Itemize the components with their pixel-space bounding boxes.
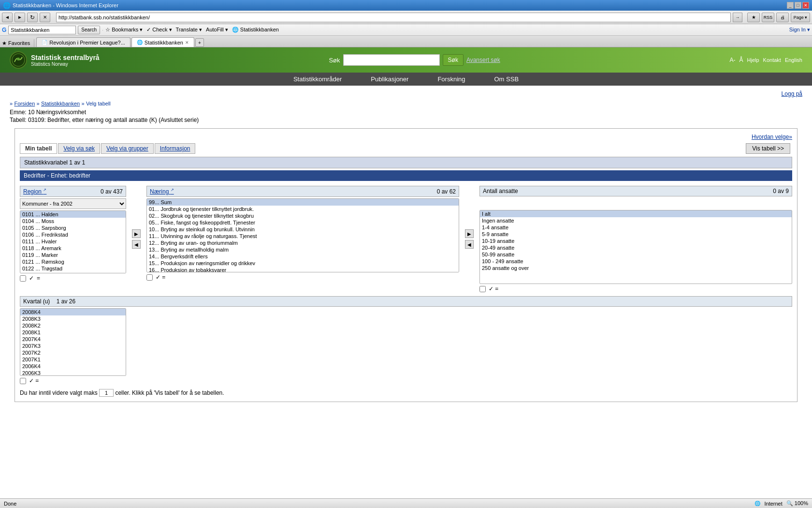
ssb-search-button[interactable]: Søk (443, 54, 464, 66)
stat-variable-value: Bedrifter - Enhet: bedrifter (24, 172, 90, 179)
arrow-right-button2[interactable]: ▶ (465, 229, 474, 238)
region-label: Region (23, 188, 42, 195)
tab-premier-league[interactable]: 📄 Revolusjon i Premier League?... (36, 37, 130, 47)
ssb-logo: Statistisk sentralbyrå Statistics Norway (10, 51, 100, 69)
tab-min-tabell[interactable]: Min tabell (20, 143, 57, 154)
tab-close-button[interactable]: ✕ (185, 40, 189, 45)
naering-header: Næring ↗ 0 av 62 (146, 186, 459, 197)
tabs-and-button-row: Min tabell Velg via søk Velg via grupper… (20, 143, 792, 157)
arrow-right-button[interactable]: ▶ (132, 229, 141, 238)
ssb-site-btn[interactable]: 🌐 Statistikkbanken (232, 27, 279, 33)
google-search-button[interactable]: Search (78, 26, 100, 34)
help-link[interactable]: Hjelp (747, 57, 759, 63)
english-link[interactable]: English (785, 57, 802, 63)
breadcrumb-home[interactable]: Forsiden (14, 101, 35, 106)
refresh-button[interactable]: ↻ (27, 13, 38, 22)
ssb-search-area: Søk Søk Avansert søk (329, 54, 500, 66)
favorites-btn[interactable]: ★ Favorites (2, 40, 30, 46)
breadcrumb-current: Velg tabell (86, 101, 111, 106)
antall-check-all[interactable] (479, 286, 486, 292)
ssb-navigation: Statistikkområder Publikasjoner Forsknin… (0, 73, 812, 86)
check-btn[interactable]: ✓ Check ▾ (146, 27, 172, 33)
ssb-search-input[interactable] (343, 54, 440, 66)
font-size-small[interactable]: A- (730, 57, 736, 63)
naering-check-row: ✓ = (146, 274, 459, 281)
region-link[interactable]: Region ↗ (23, 188, 46, 195)
list-item: 10-19 ansatte (480, 238, 792, 244)
tab-informasjon[interactable]: Informasjon (155, 143, 196, 154)
naering-label: Næring (150, 188, 169, 195)
naering-link[interactable]: Næring ↗ (150, 188, 174, 195)
list-item: 2007K4 (20, 336, 126, 343)
nav-statistikk[interactable]: Statistikkområder (293, 75, 342, 83)
list-item: 50-99 ansatte (480, 251, 792, 258)
bottom-info-post: celler. Klikk på 'Vis tabell' for å se t… (115, 389, 224, 396)
maximize-button[interactable]: □ (795, 2, 801, 9)
list-item: 1-4 ansatte (480, 224, 792, 231)
arrow-left-button2[interactable]: ◀ (465, 240, 474, 249)
ssb-advanced-search-link[interactable]: Avansert søk (466, 57, 500, 63)
list-item: 2008K3 (20, 315, 126, 322)
contact-link[interactable]: Kontakt (763, 57, 781, 63)
breadcrumb-sep2: » (82, 101, 85, 106)
list-item: Ingen ansatte (480, 217, 792, 224)
nav-publikasjoner[interactable]: Publikasjoner (371, 75, 408, 83)
kvartal-count: 1 av 26 (57, 298, 75, 305)
breadcrumb-bank[interactable]: Statistikkbanken (41, 101, 80, 106)
new-tab-button[interactable]: + (195, 38, 204, 47)
nav-forskning[interactable]: Forskning (437, 75, 465, 83)
naering-listbox[interactable]: 99... Sum 01... Jordbruk og tjenester ti… (146, 198, 459, 272)
back-button[interactable]: ◄ (2, 13, 13, 22)
breadcrumb: » Forsiden » Statistikkbanken » Velg tab… (10, 100, 802, 107)
favorites-star-button[interactable]: ★ (747, 13, 760, 22)
address-input[interactable] (56, 13, 731, 22)
page-button[interactable]: Page ▾ (791, 13, 810, 22)
google-search-input[interactable] (8, 26, 76, 34)
tab-stats-icon: 🌐 (137, 40, 143, 45)
region-listbox[interactable]: 0101 ... Halden 0104 ... Moss 0105 ... S… (20, 210, 126, 273)
list-item: 5-9 ansatte (480, 231, 792, 238)
font-size-large[interactable]: Å (740, 57, 743, 63)
autofill-btn[interactable]: AutoFill ▾ (206, 27, 228, 33)
browser-titlebar: 🌐 Statistikkbanken - Windows Internet Ex… (0, 0, 812, 11)
region-check-all[interactable] (20, 275, 26, 282)
go-button[interactable]: → (733, 13, 742, 22)
bottom-info: Du har inntil videre valgt maks celler. … (20, 389, 792, 397)
tab-stats-label: Statistikkbanken (145, 40, 183, 45)
ssb-main-name: Statistisk sentralbyrå (31, 54, 100, 61)
region-dropdown[interactable]: Kommuner - fra 2002 Fylker Hele landet (20, 198, 126, 209)
tab-statistikkbanken[interactable]: 🌐 Statistikkbanken ✕ (131, 37, 194, 47)
nav-omssb[interactable]: Om SSB (494, 75, 519, 83)
close-button[interactable]: ✕ (802, 2, 809, 9)
how-to-link[interactable]: Hvordan velge» (752, 134, 792, 140)
antall-check-label: ✓ = (489, 285, 498, 292)
forward-button[interactable]: ► (14, 13, 25, 22)
kvartal-check-all[interactable] (20, 378, 26, 384)
translate-btn[interactable]: Translate ▾ (176, 27, 203, 33)
browser-title: Statistikkbanken - Windows Internet Expl… (13, 2, 118, 8)
tab-velg-grupper[interactable]: Velg via grupper (101, 143, 154, 154)
list-item: 01... Jordbruk og tjenester tilknyttet j… (147, 206, 459, 212)
bookmarks-btn[interactable]: ☆ Bookmarks ▾ (105, 27, 143, 33)
list-item: 2007K3 (20, 343, 126, 349)
max-cells-input[interactable] (99, 389, 114, 397)
naering-ext-icon: ↗ (171, 188, 174, 192)
print-button[interactable]: 🖨 (776, 13, 789, 22)
sign-in-link[interactable]: Sign In ▾ (789, 27, 810, 33)
login-link[interactable]: Logg på (10, 90, 802, 97)
bottom-info-pre: Du har inntil videre valgt maks (20, 389, 98, 396)
list-item: 0106 ... Fredrikstad (20, 231, 126, 238)
antall-listbox[interactable]: I alt Ingen ansatte 1-4 ansatte 5-9 ansa… (479, 210, 792, 284)
show-table-button[interactable]: Vis tabell >> (746, 143, 790, 154)
tab-velg-sok[interactable]: Velg via søk (58, 143, 100, 154)
naering-check-all[interactable] (146, 274, 153, 281)
region-naering-arrows: ▶ ◀ (130, 186, 143, 292)
list-item: 0105 ... Sarpsborg (20, 224, 126, 231)
arrow-left-button[interactable]: ◀ (132, 240, 141, 249)
kvartal-listbox[interactable]: 2008K4 2008K3 2008K2 2008K1 2007K4 2007K… (20, 308, 126, 376)
list-item: 10... Bryting av steinkull og brunkull. … (147, 226, 459, 233)
minimize-button[interactable]: _ (787, 2, 794, 9)
list-item: 0123 ... Spydeberg (20, 272, 126, 273)
rss-button[interactable]: RSS (762, 13, 774, 22)
stop-button[interactable]: ✕ (40, 13, 50, 22)
